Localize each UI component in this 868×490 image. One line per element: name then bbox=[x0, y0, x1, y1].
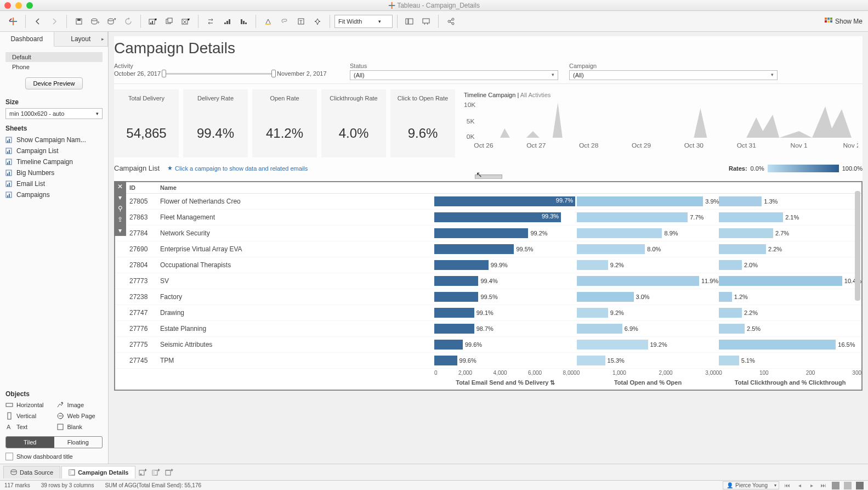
table-row[interactable]: 27776Estate Planning98.7%6.9%2.5% bbox=[115, 321, 861, 337]
window-controls[interactable] bbox=[4, 2, 33, 9]
svg-text:Oct 30: Oct 30 bbox=[684, 143, 704, 149]
device-default[interactable]: Default bbox=[5, 52, 103, 62]
sheets-label: Sheets bbox=[5, 125, 103, 132]
object-item[interactable]: Blank bbox=[56, 422, 103, 432]
tableau-logo-icon[interactable] bbox=[5, 14, 21, 29]
object-item[interactable]: AText bbox=[5, 422, 52, 432]
campaign-dropdown[interactable]: (All) bbox=[569, 70, 778, 80]
svg-point-75 bbox=[11, 470, 16, 472]
view-full-button[interactable] bbox=[856, 482, 864, 489]
device-phone[interactable]: Phone bbox=[5, 62, 103, 72]
kpi-card[interactable]: Clickthrough Rate4.0% bbox=[321, 89, 386, 157]
show-me-button[interactable]: Show Me bbox=[824, 17, 863, 26]
column-header-name[interactable]: Name bbox=[160, 184, 434, 191]
activity-date-slider[interactable]: October 26, 2017 November 2, 2017 bbox=[114, 70, 339, 77]
new-data-source-button[interactable]: + bbox=[88, 14, 103, 29]
sheet-item[interactable]: Big Numbers bbox=[5, 167, 103, 178]
sort-desc-button[interactable] bbox=[236, 14, 251, 29]
svg-rect-30 bbox=[423, 19, 429, 23]
sheet-item[interactable]: Email List bbox=[5, 178, 103, 189]
nav-first-button[interactable]: ⏮ bbox=[784, 482, 791, 489]
text-label-button[interactable]: T bbox=[293, 14, 309, 29]
nav-last-button[interactable]: ⏭ bbox=[820, 482, 827, 489]
duplicate-button[interactable] bbox=[162, 14, 177, 29]
sheet-item[interactable]: Campaigns bbox=[5, 189, 103, 200]
kpi-card[interactable]: Open Rate41.2% bbox=[252, 89, 317, 157]
object-item[interactable]: Horizontal bbox=[5, 400, 52, 410]
highlight-button[interactable] bbox=[260, 14, 276, 29]
caret-icon: ▸ bbox=[101, 36, 104, 42]
user-dropdown[interactable]: 👤Pierce Young bbox=[723, 481, 779, 489]
svg-rect-35 bbox=[827, 18, 830, 20]
back-button[interactable] bbox=[30, 14, 46, 29]
sheet-item[interactable]: Campaign List bbox=[5, 145, 103, 156]
auto-update-button[interactable]: ▾ bbox=[104, 14, 120, 29]
table-row[interactable]: 27784Network Security99.2%8.9%2.7% bbox=[115, 226, 861, 241]
sort-asc-button[interactable] bbox=[219, 14, 235, 29]
activity-filter-label: Activity bbox=[114, 63, 339, 69]
sheet-item[interactable]: Timeline Campaign bbox=[5, 156, 103, 167]
table-row[interactable]: 27773SV99.4%11.9%10.4% bbox=[115, 273, 861, 289]
svg-text:10K: 10K bbox=[464, 102, 476, 108]
tab-campaign-details[interactable]: Campaign Details bbox=[61, 466, 135, 478]
svg-rect-79 bbox=[140, 474, 141, 475]
status-dropdown[interactable]: (All) bbox=[350, 70, 558, 80]
down-arrow-icon: ▾ bbox=[114, 192, 126, 203]
table-row[interactable]: 27775Seismic Attributes99.6%19.2%16.5% bbox=[115, 337, 861, 353]
fit-dropdown[interactable]: Fit Width▾ bbox=[334, 15, 393, 28]
column-header-id[interactable]: ID bbox=[127, 184, 160, 191]
kpi-card[interactable]: Delivery Rate99.4% bbox=[183, 89, 248, 157]
kpi-card[interactable]: Total Delivery54,865 bbox=[114, 89, 179, 157]
show-title-checkbox[interactable]: Show dashboard title bbox=[5, 453, 103, 460]
table-row[interactable]: 27238Factory99.5%3.0%1.2% bbox=[115, 289, 861, 305]
tab-layout[interactable]: Layout▸ bbox=[54, 32, 109, 46]
svg-rect-3 bbox=[9, 21, 17, 22]
share-button[interactable] bbox=[443, 14, 458, 29]
kpi-card[interactable]: Click to Open Rate9.6% bbox=[390, 89, 455, 157]
svg-point-9 bbox=[108, 19, 114, 21]
new-story-button[interactable]: + bbox=[163, 466, 175, 478]
tab-data-source[interactable]: Data Source bbox=[3, 466, 60, 478]
object-item[interactable]: Image bbox=[56, 400, 103, 410]
device-preview-button[interactable]: Device Preview bbox=[25, 77, 83, 89]
new-dashboard-button[interactable]: + bbox=[150, 466, 162, 478]
clear-button[interactable]: ▾ bbox=[178, 14, 194, 29]
attach-button[interactable] bbox=[277, 14, 292, 29]
swap-button[interactable] bbox=[203, 14, 218, 29]
svg-rect-50 bbox=[7, 173, 8, 176]
table-row[interactable]: 27805Flower of Netherlands Creo99.7%3.9%… bbox=[115, 194, 861, 210]
new-worksheet-button[interactable]: ▾ bbox=[145, 14, 161, 29]
campaign-list-table[interactable]: ✕▾⚲⇪▾ ID Name 27805Flower of Netherlands… bbox=[114, 181, 863, 391]
pin-button[interactable] bbox=[310, 14, 325, 29]
table-row[interactable]: 27863Fleet Management99.3%7.7%2.1% bbox=[115, 210, 861, 226]
tab-dashboard[interactable]: Dashboard bbox=[0, 32, 54, 47]
rates-legend: Rates: 0.0% 100.0% bbox=[729, 165, 863, 172]
svg-text:Oct 26: Oct 26 bbox=[474, 143, 493, 149]
table-row[interactable]: 27747Drawing99.1%9.2%2.2% bbox=[115, 305, 861, 321]
save-button[interactable] bbox=[71, 14, 87, 29]
object-item[interactable]: Vertical bbox=[5, 411, 52, 421]
tiled-floating-toggle[interactable]: Tiled Floating bbox=[5, 436, 103, 448]
scrollbar-thumb[interactable] bbox=[855, 191, 860, 301]
cursor-icon: ↖ bbox=[476, 170, 483, 179]
presentation-button[interactable] bbox=[418, 14, 434, 29]
view-list-button[interactable] bbox=[844, 482, 852, 489]
new-sheet-button[interactable]: + bbox=[137, 466, 149, 478]
nav-prev-button[interactable]: ◂ bbox=[796, 482, 803, 489]
zone-toolbar[interactable]: ✕▾⚲⇪▾ bbox=[114, 181, 126, 236]
table-row[interactable]: 27745TPM99.6%15.3%5.1% bbox=[115, 353, 861, 369]
svg-rect-16 bbox=[168, 18, 172, 22]
timeline-chart[interactable]: Timeline Campaign | All Activties 10K 5K… bbox=[459, 89, 863, 157]
sheet-item[interactable]: Show Campaign Nam... bbox=[5, 134, 103, 145]
size-dropdown[interactable]: min 1000x620 - auto▾ bbox=[5, 108, 103, 119]
table-row[interactable]: 27690Enterprise Virtual Array EVA99.5%8.… bbox=[115, 241, 861, 257]
forward-button[interactable] bbox=[47, 14, 62, 29]
svg-rect-45 bbox=[9, 150, 10, 154]
nav-next-button[interactable]: ▸ bbox=[808, 482, 815, 489]
table-row[interactable]: 27804Occupational Therapists99.9%9.2%2.0… bbox=[115, 257, 861, 273]
object-item[interactable]: Web Page bbox=[56, 411, 103, 421]
refresh-button[interactable] bbox=[121, 14, 136, 29]
show-hide-cards-button[interactable] bbox=[402, 14, 417, 29]
svg-text:▾: ▾ bbox=[114, 18, 116, 21]
view-grid-button[interactable] bbox=[832, 482, 839, 489]
